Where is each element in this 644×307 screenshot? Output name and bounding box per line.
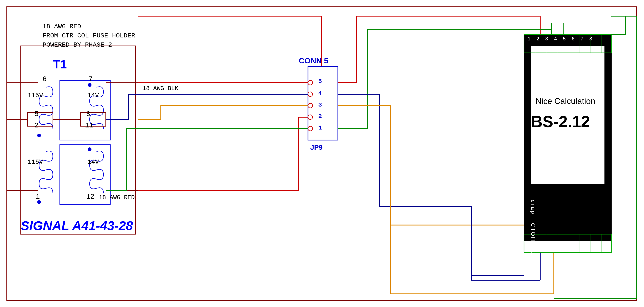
awg-blk-label: 18 AWG BLK xyxy=(142,85,178,92)
pin5-label: 5 xyxy=(34,110,38,118)
svg-rect-0 xyxy=(7,7,637,301)
diagram-container: 18 AWG RED FROM CTR COL FUSE HOLDER POWE… xyxy=(0,0,644,307)
awg-red2-label: 18 AWG RED xyxy=(99,194,135,201)
v115-top-label: 115V xyxy=(28,92,43,99)
svg-point-5 xyxy=(37,200,41,204)
bs-name: BS-2.12 xyxy=(531,112,590,131)
conn-pin2: 2 xyxy=(318,113,322,120)
conn-pin3: 3 xyxy=(318,101,322,108)
annotation-line1: 18 AWG RED xyxy=(42,23,81,30)
svg-rect-1 xyxy=(21,46,136,234)
svg-rect-2 xyxy=(60,80,110,140)
annotation-line3: POWERED BY PHASE 2 xyxy=(42,41,112,48)
jp9-label: JP9 xyxy=(310,144,322,151)
pin1-bottom-label: 1 xyxy=(36,193,40,201)
svg-rect-18 xyxy=(308,67,338,140)
pin2-label: 2 xyxy=(34,122,38,129)
v115-bot-label: 115V xyxy=(28,158,43,166)
bs-bottom-labels: старт СТОП общий xyxy=(530,200,536,268)
pin7-label: 7 xyxy=(88,75,92,83)
svg-point-21 xyxy=(308,103,312,108)
bs-subtitle: Nice Calculation xyxy=(536,96,595,106)
conn5-label: CONN 5 xyxy=(299,56,328,65)
svg-point-19 xyxy=(308,80,312,85)
annotation-line2: FROM CTR COL FUSE HOLDER xyxy=(42,32,135,39)
conn-pin4: 4 xyxy=(318,90,322,97)
svg-rect-10 xyxy=(28,112,53,126)
pin8-label: 8 xyxy=(86,110,90,118)
svg-rect-26 xyxy=(524,34,611,241)
svg-point-6 xyxy=(88,83,92,87)
bs-pin-numbers: 1 2 3 4 5 6 7 8 xyxy=(528,36,594,42)
svg-point-23 xyxy=(308,126,312,131)
signal-label: SIGNAL A41-43-28 xyxy=(21,218,133,233)
pin12-label: 12 xyxy=(86,193,94,201)
svg-rect-36 xyxy=(524,234,611,253)
svg-point-4 xyxy=(37,134,41,137)
v14-top-label: 14V xyxy=(87,92,99,99)
transformer-label: T1 xyxy=(53,57,67,71)
conn-pin1: 1 xyxy=(318,124,322,131)
svg-point-7 xyxy=(88,147,92,151)
conn-pin5: 5 xyxy=(318,78,322,85)
svg-point-20 xyxy=(308,92,312,96)
pin11-label: 11 xyxy=(85,122,93,129)
pin6-label: 6 xyxy=(42,75,47,83)
svg-point-22 xyxy=(308,115,312,119)
v14-bot-label: 14V xyxy=(87,158,99,166)
